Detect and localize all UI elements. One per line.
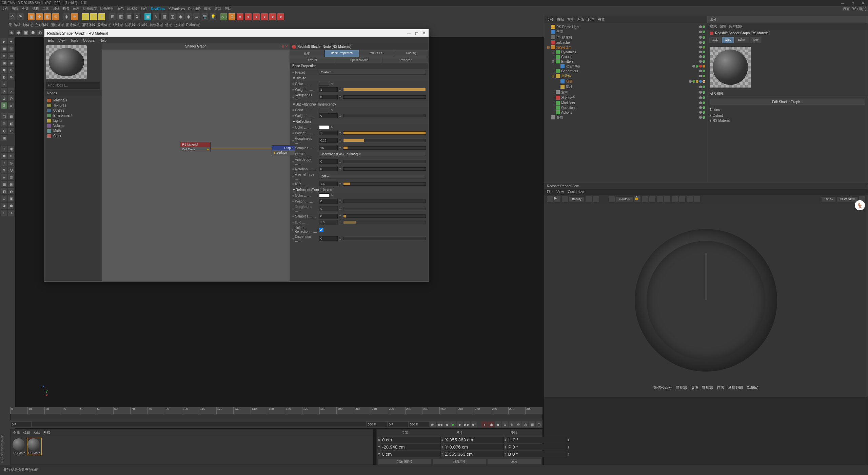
coord-mode-dropdown[interactable]: 对象 (相对)	[378, 459, 431, 464]
minimize-button[interactable]: —	[837, 0, 848, 6]
menu-file[interactable]: 文件	[2, 6, 8, 11]
field-capsule[interactable]: 胶囊体域	[97, 23, 111, 27]
lp-7[interactable]: ▣	[1, 59, 7, 66]
tab-optimizations[interactable]: Optimizations	[336, 57, 382, 63]
lp-34[interactable]: ⬡	[8, 167, 15, 173]
lp-10[interactable]: ⊙	[8, 66, 15, 73]
field-python[interactable]: Python域	[186, 23, 200, 27]
obj-Modifiers[interactable]: Modifiers✓	[546, 100, 705, 105]
timeline[interactable]: 0102030405060708090100110120130140150160…	[10, 407, 542, 421]
render-view[interactable]: ▦	[117, 13, 124, 20]
coord-apply-button[interactable]: 应用	[488, 459, 541, 464]
edit-shader-graph-button[interactable]: Edit Shader Graph...	[710, 99, 865, 105]
obj-空白[interactable]: 空白✓	[546, 90, 705, 95]
rec-1[interactable]: ●	[236, 13, 244, 20]
lp-41[interactable]: ⊙	[1, 195, 7, 202]
t3-2[interactable]: ◉	[16, 30, 22, 36]
menu-motrack[interactable]: 运动跟踪	[83, 6, 97, 11]
obj-克隆体[interactable]: ⊟克隆体✓	[546, 73, 705, 79]
tl-goto-end[interactable]: ⏭	[471, 421, 477, 428]
sw-minimize[interactable]: —	[407, 31, 411, 36]
tab-base-properties[interactable]: Base Properties	[324, 50, 359, 57]
field-cylinder[interactable]: 圆柱体域	[51, 23, 64, 27]
attr-tab-userdata[interactable]: 用户数据	[729, 24, 743, 29]
lp-13[interactable]: ✦	[1, 81, 7, 88]
lp-24[interactable]: ◐	[1, 127, 7, 134]
lp-14[interactable]: ◎	[1, 88, 7, 95]
obj-xpSystem[interactable]: ⊟xpSystem✓	[546, 45, 705, 50]
scale-tool[interactable]: ◧	[44, 13, 51, 20]
lp-28[interactable]: ◉	[8, 145, 15, 152]
rv-btn-8[interactable]	[642, 196, 648, 202]
field-edit[interactable]: 编辑	[14, 23, 21, 27]
tl-opt3[interactable]: ⊙	[515, 421, 521, 428]
menu-select[interactable]: 选择	[32, 6, 39, 11]
rv-fit-dropdown[interactable]: Fit Window	[837, 197, 857, 202]
move-tool[interactable]: ✥	[36, 13, 43, 20]
node-category-utilities[interactable]: Utilities	[46, 108, 100, 113]
lp-44[interactable]: ⬢	[8, 202, 15, 209]
menu-volume[interactable]: 体积	[73, 6, 80, 11]
rec-4[interactable]: ●	[261, 13, 268, 20]
obj-Questions[interactable]: Questions✓	[546, 105, 705, 110]
tl-record[interactable]: ●	[481, 421, 488, 428]
lp-42[interactable]: ▣	[8, 195, 15, 202]
timeline-ruler[interactable]: 0102030405060708090100110120130140150160…	[10, 407, 542, 414]
obj-Emitters[interactable]: ⊟Emitters✓	[546, 59, 705, 64]
t3-5[interactable]: ◐	[37, 30, 43, 36]
maximize-button[interactable]: □	[848, 0, 858, 6]
t3-4[interactable]: ⬢	[30, 30, 36, 36]
menu-help[interactable]: 帮助	[224, 6, 231, 11]
lp-1[interactable]: ▶	[1, 38, 7, 45]
tl-opt5[interactable]: ▦	[529, 421, 535, 428]
mat-tab-create[interactable]: 创建	[13, 431, 20, 435]
rv-btn-4[interactable]	[586, 196, 592, 202]
tl-opt4[interactable]: ◎	[522, 421, 528, 428]
rec-2[interactable]: ●	[244, 13, 252, 20]
lp-29[interactable]: ⬢	[1, 152, 7, 159]
lp-20[interactable]: ◫	[1, 113, 7, 120]
obj-RS Dome Light[interactable]: RS Dome Light✓	[546, 24, 705, 29]
lp-9[interactable]: ⬢	[1, 66, 7, 73]
node-out-color-port[interactable]: Out Color	[182, 148, 195, 151]
section-backlight[interactable]: ▼Back-lighting/Translucency	[290, 101, 429, 107]
zero-button[interactable]: 0	[228, 13, 236, 20]
field-cone[interactable]: 圆锥体域	[66, 23, 80, 27]
node-output[interactable]: Output Surface	[272, 145, 295, 155]
timeline-track[interactable]	[10, 414, 542, 420]
node-category-math[interactable]: Math	[46, 128, 100, 133]
attr-subtab-editor[interactable]: Editor	[735, 37, 749, 43]
light[interactable]: 💡	[209, 13, 217, 20]
tab-coating[interactable]: Coating	[394, 50, 429, 57]
obj-备份[interactable]: 备份✓	[546, 115, 705, 120]
mat-tab-function[interactable]: 功能	[34, 431, 40, 435]
deformer[interactable]: ◉	[185, 13, 192, 20]
redo-button[interactable]: ↷	[17, 13, 24, 20]
sw-close[interactable]: ✕	[422, 31, 426, 36]
lp-37[interactable]: ▦	[1, 181, 7, 188]
tl-start[interactable]: 0 F	[388, 422, 408, 427]
rv-btn-1[interactable]	[547, 196, 553, 202]
menu-window[interactable]: 窗口	[214, 6, 221, 11]
tl-next-key[interactable]: ▶▶	[464, 421, 470, 428]
menu-xparticles[interactable]: X-Particles	[169, 7, 185, 11]
obj-Actions[interactable]: Actions✓	[546, 110, 705, 115]
tl-prev-frame[interactable]: ◀	[443, 421, 450, 428]
lp-39[interactable]: ◧	[1, 188, 7, 195]
coord-size-dropdown[interactable]: 绝对尺寸	[433, 459, 486, 464]
material-item-2[interactable]: RS Mate	[27, 438, 41, 455]
lp-25[interactable]: ⊙	[8, 127, 15, 134]
menu-pipeline[interactable]: 流水线	[127, 6, 137, 11]
mat-tab-texture[interactable]: 纹理	[44, 431, 51, 435]
menu-redshift[interactable]: Redshift	[188, 7, 201, 11]
rv-btn-11[interactable]	[664, 196, 670, 202]
node-category-lights[interactable]: Lights	[46, 118, 100, 123]
attr-tab-edit[interactable]: 编辑	[719, 24, 726, 29]
rv-menu-file[interactable]: File	[547, 190, 552, 194]
select-tool[interactable]: ▣	[27, 13, 35, 20]
menu-script[interactable]: 脚本	[204, 6, 211, 11]
menu-realflow[interactable]: RealFlow	[151, 7, 165, 11]
node-category-textures[interactable]: Textures	[46, 103, 100, 108]
rv-lock-icon[interactable]: 🔒	[634, 196, 640, 202]
object-tree[interactable]: RS Dome Light✓平面✓RS 摄像机✓xpCache✓⊟xpSyste…	[544, 23, 707, 121]
